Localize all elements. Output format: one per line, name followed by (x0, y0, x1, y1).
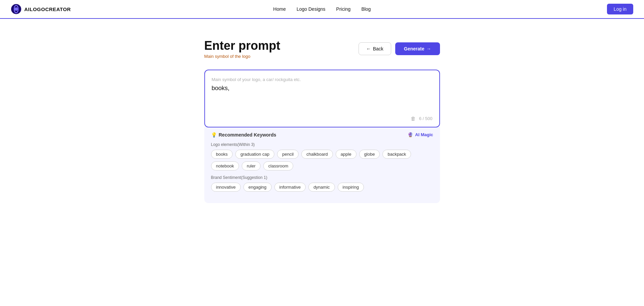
generate-label: Generate (404, 46, 425, 51)
logo-tag[interactable]: graduation cap (235, 150, 274, 159)
ai-magic-button[interactable]: 🔮 AI Magic (408, 132, 433, 137)
login-button[interactable]: Log in (607, 4, 633, 14)
keywords-card: 💡 Recommended Keywords 🔮 AI Magic Logo e… (204, 127, 440, 203)
brand-tag[interactable]: engaging (243, 183, 272, 192)
logo-tag[interactable]: pencil (277, 150, 299, 159)
brand-tag[interactable]: innovative (211, 183, 241, 192)
ai-icon: 🔮 (408, 132, 413, 137)
keywords-header: 💡 Recommended Keywords 🔮 AI Magic (211, 132, 433, 138)
back-label: Back (373, 46, 383, 51)
page-subtitle: Main symbol of the logo (204, 54, 280, 59)
nav-logo-designs[interactable]: Logo Designs (297, 6, 326, 12)
logo-text: AILOGOCREATOR (24, 6, 71, 12)
brand-sentiment-label: Brand Sentiment(Suggestion 1) (211, 175, 433, 180)
logo-tag[interactable]: ruler (242, 161, 261, 170)
ai-magic-label: AI Magic (415, 132, 433, 137)
back-arrow-icon: ← (366, 46, 371, 51)
nav-pricing[interactable]: Pricing (336, 6, 351, 12)
nav-blog[interactable]: Blog (361, 6, 371, 12)
lightbulb-icon: 💡 (211, 132, 217, 138)
logo[interactable]: AILOGOCREATOR (11, 4, 71, 14)
keywords-title: 💡 Recommended Keywords (211, 132, 276, 138)
logo-tag[interactable]: notebook (211, 161, 239, 170)
logo-tag[interactable]: books (211, 150, 233, 159)
logo-tag[interactable]: classroom (263, 161, 293, 170)
nav-links: Home Logo Designs Pricing Blog (273, 6, 371, 12)
title-group: Enter prompt Main symbol of the logo (204, 39, 280, 59)
generate-arrow-icon: → (427, 46, 431, 51)
prompt-footer: 🗑 6 / 500 (212, 116, 433, 121)
trash-icon[interactable]: 🗑 (411, 116, 416, 121)
char-count: 6 / 500 (419, 116, 433, 121)
logo-tag[interactable]: chalkboard (301, 150, 333, 159)
svg-point-2 (14, 7, 18, 11)
logo-tag[interactable]: backpack (382, 150, 411, 159)
keywords-title-text: Recommended Keywords (219, 132, 276, 138)
navbar: AILOGOCREATOR Home Logo Designs Pricing … (0, 0, 644, 19)
brand-tag[interactable]: inspiring (338, 183, 364, 192)
brand-tag[interactable]: dynamic (308, 183, 335, 192)
back-button[interactable]: ← Back (359, 42, 391, 55)
generate-button[interactable]: Generate → (395, 42, 440, 55)
prompt-input[interactable]: books, (212, 85, 433, 112)
logo-tag[interactable]: globe (359, 150, 380, 159)
main-content: Enter prompt Main symbol of the logo ← B… (0, 19, 644, 217)
logo-tags-row: booksgraduation cappencilchalkboardapple… (211, 150, 433, 170)
brand-tags-row: innovativeengaginginformativedynamicinsp… (211, 183, 433, 192)
page-title: Enter prompt (204, 39, 280, 52)
nav-home[interactable]: Home (273, 6, 286, 12)
logo-tag[interactable]: apple (336, 150, 357, 159)
header-actions: ← Back Generate → (359, 42, 440, 55)
logo-icon (11, 4, 22, 14)
brand-tag[interactable]: informative (274, 183, 306, 192)
logo-elements-label: Logo elements(Within 3) (211, 142, 433, 147)
prompt-placeholder: Main symbol of your logo, a car/ rockgui… (212, 77, 433, 82)
page-header: Enter prompt Main symbol of the logo ← B… (204, 39, 440, 59)
prompt-card: Main symbol of your logo, a car/ rockgui… (204, 70, 440, 127)
